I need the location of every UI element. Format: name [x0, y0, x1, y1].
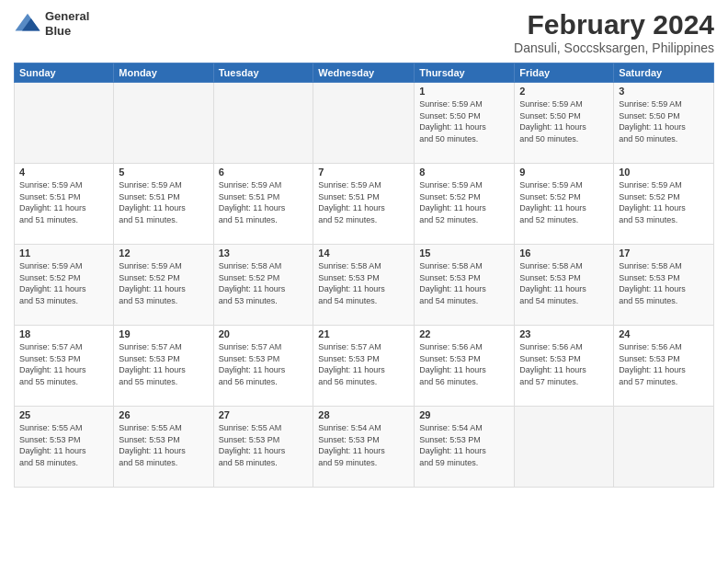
- day-number: 15: [419, 247, 509, 259]
- logo-line1: General: [45, 9, 89, 24]
- calendar-cell: 19Sunrise: 5:57 AM Sunset: 5:53 PM Dayli…: [114, 326, 213, 407]
- day-info: Sunrise: 5:56 AM Sunset: 5:53 PM Dayligh…: [619, 341, 709, 387]
- day-info: Sunrise: 5:59 AM Sunset: 5:52 PM Dayligh…: [519, 179, 609, 225]
- day-info: Sunrise: 5:57 AM Sunset: 5:53 PM Dayligh…: [119, 341, 208, 387]
- day-number: 24: [619, 328, 709, 339]
- day-number: 27: [219, 409, 309, 420]
- day-number: 19: [119, 328, 208, 339]
- calendar-cell: 8Sunrise: 5:59 AM Sunset: 5:52 PM Daylig…: [415, 164, 515, 245]
- calendar-cell: [213, 83, 313, 164]
- logo-text: General Blue: [45, 9, 89, 38]
- day-number: 22: [419, 328, 509, 339]
- calendar-cell: 23Sunrise: 5:56 AM Sunset: 5:53 PM Dayli…: [515, 326, 614, 407]
- day-info: Sunrise: 5:58 AM Sunset: 5:53 PM Dayligh…: [519, 260, 609, 306]
- calendar-cell: 22Sunrise: 5:56 AM Sunset: 5:53 PM Dayli…: [415, 326, 515, 407]
- day-info: Sunrise: 5:59 AM Sunset: 5:52 PM Dayligh…: [619, 179, 709, 225]
- calendar-cell: 20Sunrise: 5:57 AM Sunset: 5:53 PM Dayli…: [213, 326, 313, 407]
- day-info: Sunrise: 5:59 AM Sunset: 5:52 PM Dayligh…: [419, 179, 509, 225]
- weekday-header-thursday: Thursday: [415, 63, 515, 83]
- calendar-cell: 4Sunrise: 5:59 AM Sunset: 5:51 PM Daylig…: [15, 164, 114, 245]
- day-number: 29: [419, 409, 509, 420]
- day-info: Sunrise: 5:59 AM Sunset: 5:51 PM Dayligh…: [219, 179, 309, 225]
- day-info: Sunrise: 5:54 AM Sunset: 5:53 PM Dayligh…: [419, 422, 509, 468]
- weekday-header-tuesday: Tuesday: [213, 63, 313, 83]
- day-number: 20: [219, 328, 309, 339]
- day-info: Sunrise: 5:59 AM Sunset: 5:50 PM Dayligh…: [519, 98, 609, 144]
- day-number: 14: [318, 247, 409, 259]
- calendar-cell: [313, 83, 415, 164]
- calendar-cell: 9Sunrise: 5:59 AM Sunset: 5:52 PM Daylig…: [515, 164, 614, 245]
- day-info: Sunrise: 5:55 AM Sunset: 5:53 PM Dayligh…: [119, 422, 208, 468]
- day-number: 3: [619, 86, 709, 97]
- calendar-cell: 1Sunrise: 5:59 AM Sunset: 5:50 PM Daylig…: [415, 83, 515, 164]
- day-number: 16: [519, 247, 609, 259]
- calendar-cell: [614, 407, 714, 488]
- logo: General Blue: [14, 9, 89, 38]
- day-info: Sunrise: 5:58 AM Sunset: 5:53 PM Dayligh…: [419, 260, 509, 306]
- day-number: 25: [19, 409, 108, 420]
- day-info: Sunrise: 5:59 AM Sunset: 5:52 PM Dayligh…: [19, 260, 108, 306]
- day-number: 23: [519, 328, 609, 339]
- calendar-cell: 28Sunrise: 5:54 AM Sunset: 5:53 PM Dayli…: [313, 407, 415, 488]
- calendar-cell: 15Sunrise: 5:58 AM Sunset: 5:53 PM Dayli…: [415, 245, 515, 326]
- weekday-header-sunday: Sunday: [15, 63, 114, 83]
- day-number: 17: [619, 247, 709, 259]
- week-row-4: 25Sunrise: 5:55 AM Sunset: 5:53 PM Dayli…: [15, 407, 714, 488]
- week-row-1: 4Sunrise: 5:59 AM Sunset: 5:51 PM Daylig…: [15, 164, 714, 245]
- title-section: February 2024 Dansuli, Soccsksargen, Phi…: [514, 9, 714, 55]
- day-info: Sunrise: 5:59 AM Sunset: 5:50 PM Dayligh…: [619, 98, 709, 144]
- calendar-cell: 3Sunrise: 5:59 AM Sunset: 5:50 PM Daylig…: [614, 83, 714, 164]
- calendar-cell: 26Sunrise: 5:55 AM Sunset: 5:53 PM Dayli…: [114, 407, 213, 488]
- day-number: 18: [19, 328, 108, 339]
- day-number: 2: [519, 86, 609, 97]
- day-info: Sunrise: 5:59 AM Sunset: 5:51 PM Dayligh…: [119, 179, 208, 225]
- logo-icon: [14, 10, 41, 38]
- weekday-row: SundayMondayTuesdayWednesdayThursdayFrid…: [15, 63, 714, 83]
- calendar-header: SundayMondayTuesdayWednesdayThursdayFrid…: [15, 63, 714, 83]
- day-info: Sunrise: 5:57 AM Sunset: 5:53 PM Dayligh…: [318, 341, 409, 387]
- calendar-cell: [114, 83, 213, 164]
- day-info: Sunrise: 5:54 AM Sunset: 5:53 PM Dayligh…: [318, 422, 409, 468]
- calendar-table: SundayMondayTuesdayWednesdayThursdayFrid…: [14, 63, 714, 488]
- calendar-cell: [15, 83, 114, 164]
- day-info: Sunrise: 5:59 AM Sunset: 5:52 PM Dayligh…: [119, 260, 208, 306]
- calendar-cell: 29Sunrise: 5:54 AM Sunset: 5:53 PM Dayli…: [415, 407, 515, 488]
- day-info: Sunrise: 5:56 AM Sunset: 5:53 PM Dayligh…: [419, 341, 509, 387]
- day-number: 4: [19, 167, 108, 178]
- day-info: Sunrise: 5:55 AM Sunset: 5:53 PM Dayligh…: [219, 422, 309, 468]
- calendar-cell: 16Sunrise: 5:58 AM Sunset: 5:53 PM Dayli…: [515, 245, 614, 326]
- header: General Blue February 2024 Dansuli, Socc…: [14, 9, 714, 55]
- day-number: 11: [19, 247, 108, 259]
- day-number: 26: [119, 409, 208, 420]
- day-info: Sunrise: 5:59 AM Sunset: 5:51 PM Dayligh…: [318, 179, 409, 225]
- day-number: 7: [318, 167, 409, 178]
- calendar-cell: 7Sunrise: 5:59 AM Sunset: 5:51 PM Daylig…: [313, 164, 415, 245]
- day-info: Sunrise: 5:58 AM Sunset: 5:52 PM Dayligh…: [219, 260, 309, 306]
- weekday-header-friday: Friday: [515, 63, 614, 83]
- week-row-3: 18Sunrise: 5:57 AM Sunset: 5:53 PM Dayli…: [15, 326, 714, 407]
- day-info: Sunrise: 5:58 AM Sunset: 5:53 PM Dayligh…: [318, 260, 409, 306]
- day-number: 13: [219, 247, 309, 259]
- day-number: 5: [119, 167, 208, 178]
- day-info: Sunrise: 5:56 AM Sunset: 5:53 PM Dayligh…: [519, 341, 609, 387]
- weekday-header-saturday: Saturday: [614, 63, 714, 83]
- weekday-header-monday: Monday: [114, 63, 213, 83]
- calendar-title: February 2024: [514, 9, 714, 40]
- day-info: Sunrise: 5:58 AM Sunset: 5:53 PM Dayligh…: [619, 260, 709, 306]
- calendar-cell: 13Sunrise: 5:58 AM Sunset: 5:52 PM Dayli…: [213, 245, 313, 326]
- day-number: 12: [119, 247, 208, 259]
- day-number: 8: [419, 167, 509, 178]
- calendar-body: 1Sunrise: 5:59 AM Sunset: 5:50 PM Daylig…: [15, 83, 714, 488]
- day-number: 28: [318, 409, 409, 420]
- day-info: Sunrise: 5:57 AM Sunset: 5:53 PM Dayligh…: [219, 341, 309, 387]
- day-number: 21: [318, 328, 409, 339]
- day-info: Sunrise: 5:57 AM Sunset: 5:53 PM Dayligh…: [19, 341, 108, 387]
- week-row-0: 1Sunrise: 5:59 AM Sunset: 5:50 PM Daylig…: [15, 83, 714, 164]
- calendar-subtitle: Dansuli, Soccsksargen, Philippines: [514, 40, 714, 55]
- day-number: 10: [619, 167, 709, 178]
- calendar-cell: 6Sunrise: 5:59 AM Sunset: 5:51 PM Daylig…: [213, 164, 313, 245]
- calendar-cell: 2Sunrise: 5:59 AM Sunset: 5:50 PM Daylig…: [515, 83, 614, 164]
- calendar-cell: 10Sunrise: 5:59 AM Sunset: 5:52 PM Dayli…: [614, 164, 714, 245]
- day-number: 6: [219, 167, 309, 178]
- page: General Blue February 2024 Dansuli, Socc…: [0, 0, 728, 563]
